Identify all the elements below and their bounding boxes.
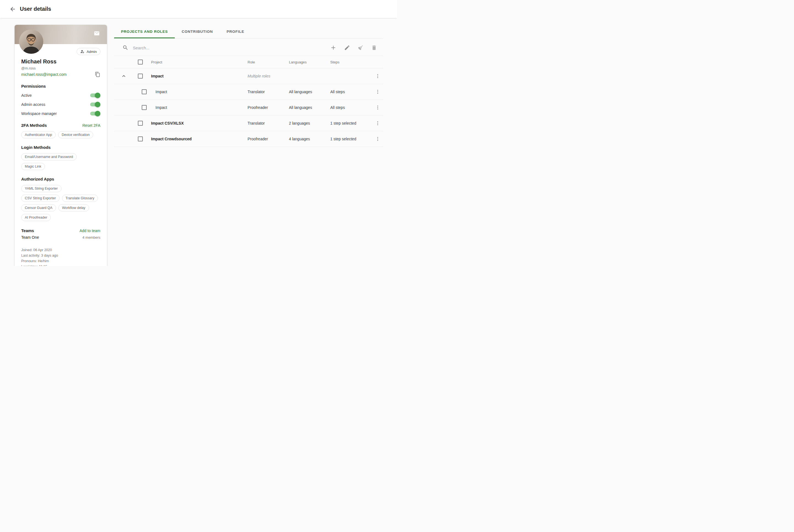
table-header: Project Role Languages Steps <box>114 56 383 68</box>
kebab-menu-icon[interactable] <box>374 72 381 80</box>
project-name: Impact <box>151 74 164 78</box>
trash-icon[interactable] <box>371 45 377 51</box>
login-methods-title: Login Methods <box>21 145 100 150</box>
toggle-label: Admin access <box>21 102 45 107</box>
toggle-label: Workspace manager <box>21 111 57 116</box>
languages-cell: 4 languages <box>289 137 310 141</box>
chip: AI Proofreader <box>21 214 51 221</box>
toggle-switch[interactable] <box>90 112 99 115</box>
steps-cell: 1 step selected <box>330 137 356 141</box>
teams-list: Team One 4 members <box>21 235 100 240</box>
project-name: Impact <box>155 105 167 110</box>
chip: Device verification <box>58 131 93 138</box>
user-detail-content: PROJECTS AND ROLES CONTRIBUTION PROFILE <box>114 25 383 147</box>
table-row[interactable]: Impact Proofreader All languages All ste… <box>114 100 383 115</box>
authorized-apps-title: Authorized Apps <box>21 177 100 182</box>
add-to-team-link[interactable]: Add to team <box>80 229 101 233</box>
search-icon <box>122 45 129 51</box>
permissions-title: Permissions <box>21 84 100 89</box>
table-row[interactable]: Impact Multiple roles <box>114 68 383 84</box>
pencil-icon[interactable] <box>344 45 350 51</box>
table-toolbar <box>114 39 383 56</box>
copy-icon[interactable] <box>95 72 100 77</box>
tab-label: PROJECTS AND ROLES <box>121 30 168 34</box>
steps-cell: 1 step selected <box>330 121 356 126</box>
meta-line: Last activity: 3 days ago <box>21 253 100 258</box>
tab-bar: PROJECTS AND ROLES CONTRIBUTION PROFILE <box>114 25 383 39</box>
permission-toggle-row: Active <box>21 93 100 98</box>
reset-2fa-link[interactable]: Reset 2FA <box>82 123 100 128</box>
table-row[interactable]: Impact Translator All languages All step… <box>114 84 383 100</box>
chip: Workflow delay <box>58 204 89 211</box>
user-email-link[interactable]: michael.ross@impact.com <box>21 72 67 77</box>
permissions-toggles: Active Admin access Workspace manager <box>21 93 100 116</box>
meta-line: Joined: 06 Apr 2020 <box>21 247 100 253</box>
steps-cell: All steps <box>330 90 345 94</box>
plus-icon[interactable] <box>330 44 337 51</box>
twofa-title: 2FA Methods <box>21 123 47 128</box>
login-method-chips: Email/Username and Password Magic Link <box>21 153 100 170</box>
user-profile-card: Admin Michael Ross @m.ross michael.ross@… <box>15 25 107 266</box>
permission-toggle-row: Admin access <box>21 102 100 107</box>
user-handle: @m.ross <box>21 66 100 70</box>
twofa-chips: Authenticator App Device verification <box>21 131 100 138</box>
authorized-app-chips: YAML String Exporter CSV String Exporter… <box>21 185 100 221</box>
permission-toggle-row: Workspace manager <box>21 111 100 116</box>
kebab-menu-icon[interactable] <box>374 135 381 143</box>
tab[interactable]: PROFILE <box>220 25 251 38</box>
mail-icon[interactable] <box>94 30 100 36</box>
avatar[interactable] <box>19 30 43 54</box>
chip: YAML String Exporter <box>21 185 61 192</box>
column-project: Project <box>151 60 162 64</box>
project-name: Impact Crowdsourced <box>151 137 192 141</box>
languages-cell: All languages <box>289 105 312 110</box>
chip: Magic Link <box>21 163 45 170</box>
project-name: Impact <box>155 90 167 94</box>
tab[interactable]: CONTRIBUTION <box>175 25 220 38</box>
broom-icon[interactable] <box>358 45 364 51</box>
toggle-label: Active <box>21 93 32 98</box>
chip: Authenticator App <box>21 131 56 138</box>
table-row[interactable]: Impact CSV/XLSX Translator 2 languages 1… <box>114 115 383 131</box>
chip: Censor Guard QA <box>21 204 56 211</box>
column-steps: Steps <box>330 60 339 64</box>
meta-line: Pronouns: He/him <box>21 258 100 264</box>
toggle-switch[interactable] <box>90 93 99 97</box>
user-name: Michael Ross <box>21 58 100 65</box>
role-cell: Multiple roles <box>248 74 270 78</box>
role-cell: Proofreader <box>248 105 268 110</box>
chevron-up-icon[interactable] <box>121 73 127 79</box>
row-checkbox[interactable] <box>138 136 143 141</box>
table-row[interactable]: Impact Crowdsourced Proofreader 4 langua… <box>114 131 383 147</box>
row-checkbox[interactable] <box>138 121 143 126</box>
tab[interactable]: PROJECTS AND ROLES <box>114 25 175 38</box>
team-members-count: 4 members <box>82 235 100 240</box>
admin-user-icon <box>80 49 84 54</box>
admin-badge: Admin <box>77 48 100 55</box>
meta-line: Local time: 11:15 <box>21 264 100 266</box>
team-row: Team One 4 members <box>21 235 100 240</box>
languages-cell: 2 languages <box>289 121 310 126</box>
projects-table-body: Impact Multiple roles Impact <box>114 68 383 147</box>
profile-meta: Joined: 06 Apr 2020 Last activity: 3 day… <box>15 247 107 266</box>
kebab-menu-icon[interactable] <box>374 119 381 127</box>
toggle-switch[interactable] <box>90 102 99 107</box>
search-input[interactable] <box>133 45 330 50</box>
role-cell: Translator <box>248 90 265 94</box>
row-checkbox[interactable] <box>138 74 143 79</box>
teams-title: Teams <box>21 228 34 233</box>
team-name: Team One <box>21 235 39 240</box>
chip: Translate Glossary <box>62 195 98 202</box>
chip: CSV String Exporter <box>21 195 60 202</box>
back-button[interactable] <box>7 4 18 15</box>
tab-label: CONTRIBUTION <box>182 30 213 34</box>
admin-badge-label: Admin <box>87 50 97 54</box>
steps-cell: All steps <box>330 105 345 110</box>
select-all-checkbox[interactable] <box>138 59 143 64</box>
kebab-menu-icon[interactable] <box>374 103 381 111</box>
kebab-menu-icon[interactable] <box>374 88 381 96</box>
tab-label: PROFILE <box>227 30 244 34</box>
role-cell: Proofreader <box>248 137 268 141</box>
role-cell: Translator <box>248 121 265 126</box>
project-name: Impact CSV/XLSX <box>151 121 184 126</box>
